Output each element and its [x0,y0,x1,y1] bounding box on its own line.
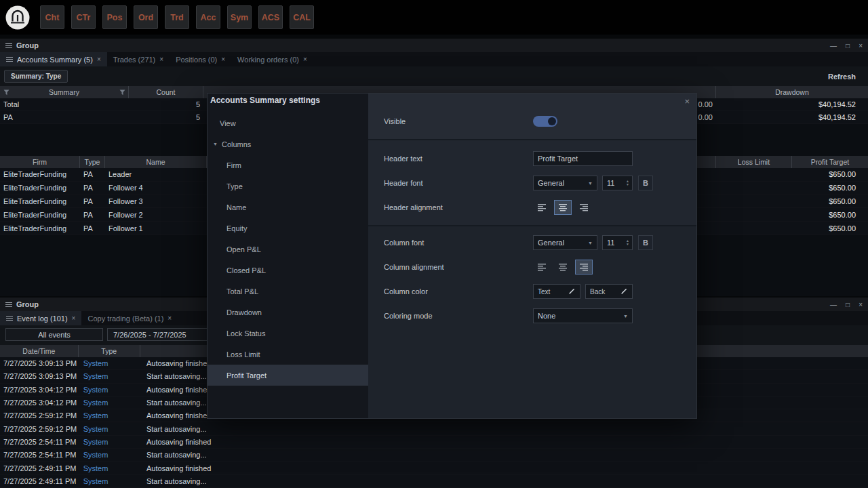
tab-close-icon[interactable]: × [303,56,307,63]
topbar-button-positions[interactable]: Pos [102,5,127,29]
tab-trades[interactable]: Trades (271) × [107,52,170,66]
header-align-right-button[interactable] [575,200,593,215]
stepper-arrows-icon[interactable]: ▲▼ [626,180,629,186]
column-bold-button[interactable]: B [638,235,653,250]
date-range-picker[interactable]: 7/26/2025 - 7/27/2025 [107,328,222,341]
column-header-count[interactable]: Count [129,86,203,98]
tab-accounts-summary[interactable]: Accounts Summary (5) × [0,52,107,66]
settings-nav-open-pl[interactable]: Open P&L [208,239,368,260]
header-font-size-stepper[interactable]: 11 ▲▼ [602,176,633,190]
cell-summary: PA [0,111,129,123]
filter-icon[interactable] [119,89,125,96]
column-font-size-stepper[interactable]: 11 ▲▼ [602,235,633,250]
minimize-icon[interactable]: — [830,42,837,49]
window-menu-icon[interactable] [5,302,12,307]
settings-nav-lock-status[interactable]: Lock Status [208,323,368,344]
event-filter-button[interactable]: All events [5,328,103,341]
header-bold-button[interactable]: B [638,176,653,190]
column-header-datetime[interactable]: Date/Time [0,345,79,357]
cell-message: Autosaving finished [143,462,868,474]
settings-nav-columns[interactable]: ▼ Columns [208,134,368,155]
column-header-label: Firm [33,158,47,166]
back-color-button[interactable]: Back [585,284,633,299]
header-align-center-button[interactable] [554,200,572,215]
settings-nav-firm[interactable]: Firm [208,155,368,176]
tab-close-icon[interactable]: × [221,56,225,63]
settings-nav-closed-pl[interactable]: Closed P&L [208,260,368,281]
column-header-type[interactable]: Type [80,156,105,168]
topbar-button-calendar[interactable]: CAL [290,5,314,29]
text-color-button[interactable]: Text [533,284,580,299]
column-header-firm[interactable]: Firm [0,156,80,168]
close-icon[interactable]: × [859,301,863,308]
column-header-profit-target[interactable]: Profit Target [792,156,868,168]
maximize-icon[interactable]: □ [846,301,850,308]
settings-nav-total-pl[interactable]: Total P&L [208,281,368,302]
tab-menu-icon[interactable] [6,316,13,321]
app-logo-icon[interactable] [5,5,31,30]
header-align-left-button[interactable] [533,200,551,215]
dialog-close-icon[interactable]: × [684,96,690,106]
tab-close-icon[interactable]: × [97,56,101,63]
summary-type-button[interactable]: Summary: Type [4,70,68,83]
column-header-name[interactable]: Name [105,156,207,168]
tab-positions[interactable]: Positions (0) × [170,52,231,66]
topbar-button-accounts[interactable]: Acc [196,5,220,29]
event-log-row[interactable]: 7/27/2025 2:54:11 PM System Start autosa… [0,449,868,462]
column-align-right-button[interactable] [575,260,593,274]
accounts-window-titlebar[interactable]: Group — □ × [0,39,868,52]
settings-nav-name[interactable]: Name [208,197,368,218]
cell-type: System [80,449,143,461]
tab-close-icon[interactable]: × [72,314,76,322]
topbar-button-orders[interactable]: Ord [134,5,158,29]
event-log-row[interactable]: 7/27/2025 2:59:12 PM System Start autosa… [0,422,868,435]
tab-close-icon[interactable]: × [159,56,163,63]
cell-type: System [80,422,143,434]
accounts-toolbar: Summary: Type Refresh [0,66,868,86]
pen-icon [620,287,628,296]
tab-menu-icon[interactable] [6,57,13,62]
accounts-tabbar: Accounts Summary (5) × Trades (271) × Po… [0,52,868,66]
header-font-select[interactable]: General ▼ [533,176,597,190]
column-align-center-button[interactable] [554,260,572,274]
settings-nav-drawdown[interactable]: Drawdown [208,302,368,323]
visible-toggle[interactable] [533,116,557,127]
settings-nav-profit-target[interactable]: Profit Target [208,365,368,386]
tab-event-log[interactable]: Event log (101) × [0,311,81,325]
cell-type: System [80,396,143,409]
topbar-button-chart[interactable]: Cht [40,5,64,29]
stepper-arrows-icon[interactable]: ▲▼ [626,239,629,246]
column-font-label: Column font [384,239,533,247]
column-font-select[interactable]: General ▼ [533,235,597,250]
filter-icon[interactable] [3,89,9,96]
refresh-button[interactable]: Refresh [828,73,856,81]
maximize-icon[interactable]: □ [846,42,850,49]
coloring-mode-select[interactable]: None ▼ [533,308,633,323]
header-text-input[interactable] [533,151,633,166]
column-header-label: Type [101,347,117,355]
topbar-button-symbols[interactable]: Sym [227,5,252,29]
cell-name: Follower 1 [105,222,207,235]
tab-copy-trading[interactable]: Copy trading (Beta) (1) × [81,311,178,325]
settings-nav-type[interactable]: Type [208,176,368,197]
column-header-summary[interactable]: Summary [0,86,129,98]
tab-working-orders[interactable]: Working orders (0) × [231,52,313,66]
topbar-button-trades[interactable]: Trd [165,5,189,29]
topbar-button-copytrading[interactable]: CTr [71,5,96,29]
close-icon[interactable]: × [859,42,863,49]
event-log-row[interactable]: 7/27/2025 2:54:11 PM System Autosaving f… [0,436,868,449]
cell-profit-target: $650.00 [792,208,868,221]
column-header-loss-limit[interactable]: Loss Limit [716,156,792,168]
event-log-row[interactable]: 7/27/2025 2:49:11 PM System Start autosa… [0,475,868,488]
column-header-type[interactable]: Type [79,345,140,357]
column-header-drawdown[interactable]: Drawdown [716,86,868,98]
event-log-row[interactable]: 7/27/2025 2:49:11 PM System Autosaving f… [0,462,868,474]
tab-close-icon[interactable]: × [167,314,172,322]
topbar-button-acs[interactable]: ACS [258,5,283,29]
column-align-left-button[interactable] [533,260,551,274]
settings-nav-view[interactable]: View [208,113,368,134]
window-menu-icon[interactable] [5,43,12,48]
settings-nav-loss-limit[interactable]: Loss Limit [208,344,368,365]
settings-nav-equity[interactable]: Equity [208,218,368,239]
minimize-icon[interactable]: — [830,301,837,308]
